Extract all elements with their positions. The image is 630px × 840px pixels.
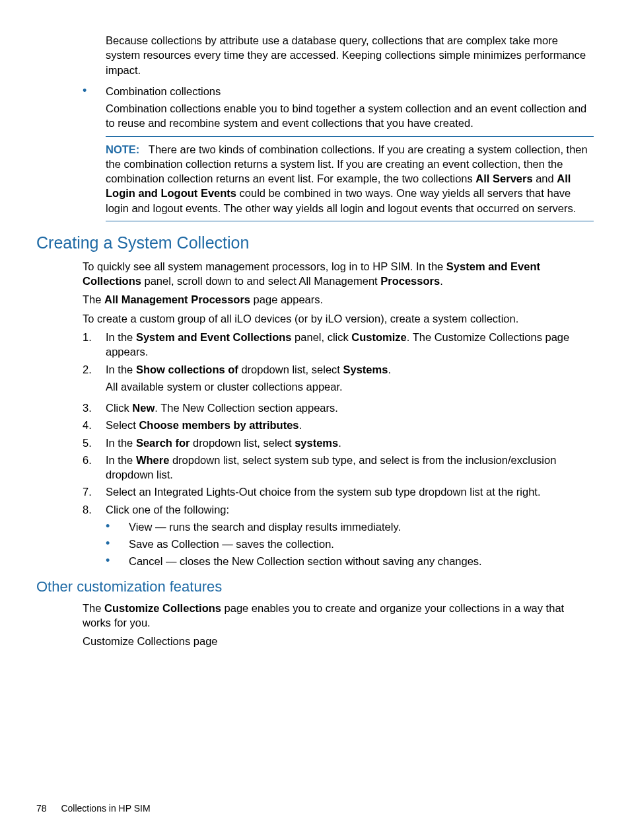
- bold: systems: [295, 437, 338, 449]
- txt: .: [440, 275, 443, 287]
- step-2: 2. In the Show collections of dropdown l…: [83, 362, 594, 399]
- step-number: 2.: [83, 362, 106, 399]
- step-number: 8.: [83, 502, 106, 517]
- bullet-icon: •: [106, 519, 129, 534]
- step-number: 6.: [83, 453, 106, 482]
- sub-text: Save as Collection — saves the collectio…: [129, 537, 594, 551]
- page-number: 78: [36, 803, 47, 814]
- bold: Customize: [351, 331, 406, 343]
- step-number: 3.: [83, 401, 106, 415]
- other-block: The Customize Collections page enables y…: [83, 601, 594, 649]
- note-box: NOTE: There are two kinds of combination…: [106, 136, 594, 221]
- bold: Customize Collections: [104, 602, 221, 614]
- sub-bullet-view: • View — runs the search and display res…: [106, 519, 594, 534]
- other-p1: The Customize Collections page enables y…: [83, 601, 594, 630]
- txt: In the: [106, 363, 136, 375]
- bullet-icon: •: [83, 84, 106, 98]
- sub-bullet-save: • Save as Collection — saves the collect…: [106, 537, 594, 551]
- step-4: 4. Select Choose members by attributes.: [83, 418, 594, 432]
- txt: To quickly see all system management pro…: [83, 260, 446, 272]
- footer-title: Collections in HP SIM: [61, 803, 150, 814]
- bold: System and Event Collections: [136, 331, 292, 343]
- bold: Choose members by attributes: [139, 419, 298, 431]
- creating-p3: To create a custom group of all iLO devi…: [83, 311, 594, 326]
- bullet-icon: •: [106, 537, 129, 551]
- txt: panel, click: [292, 331, 352, 343]
- heading-other-features: Other customization features: [36, 578, 594, 595]
- page-footer: 78 Collections in HP SIM: [36, 803, 151, 814]
- txt: dropdown list, select: [238, 363, 343, 375]
- txt: .: [299, 419, 302, 431]
- bullet-body: Combination collections enable you to bi…: [106, 101, 594, 131]
- txt: .: [388, 363, 391, 375]
- heading-creating-collection: Creating a System Collection: [36, 233, 594, 252]
- creating-p1: To quickly see all system management pro…: [83, 259, 594, 289]
- bold: Show collections of: [136, 363, 238, 375]
- bold: Processors: [380, 275, 440, 287]
- bold: New: [132, 402, 155, 414]
- step-3: 3. Click New. The New Collection section…: [83, 401, 594, 415]
- combination-bullet: • Combination collections Combination co…: [83, 84, 594, 221]
- txt: dropdown list, select system sub type, a…: [106, 454, 556, 480]
- txt: In the: [106, 331, 136, 343]
- note-label: NOTE:: [106, 143, 139, 155]
- txt: Select: [106, 419, 139, 431]
- step-7: 7. Select an Integrated Lights-Out choic…: [83, 484, 594, 499]
- txt: .: [338, 437, 341, 449]
- document-page: Because collections by attribute use a d…: [0, 0, 630, 840]
- txt: In the: [106, 437, 136, 449]
- intro-paragraph-block: Because collections by attribute use a d…: [106, 33, 594, 77]
- step-8-text: Click one of the following:: [106, 502, 594, 517]
- note-bold-1: All Servers: [475, 172, 532, 184]
- step-7-text: Select an Integrated Lights-Out choice f…: [106, 484, 594, 499]
- step-2-sub: All available system or cluster collecti…: [106, 379, 594, 394]
- txt: Click: [106, 402, 132, 414]
- step-number: 5.: [83, 436, 106, 450]
- txt: In the: [106, 454, 136, 466]
- step-5: 5. In the Search for dropdown list, sele…: [83, 436, 594, 450]
- sub-text: Cancel — closes the New Collection secti…: [129, 554, 594, 568]
- step-number: 7.: [83, 484, 106, 499]
- step-8: 8. Click one of the following:: [83, 502, 594, 517]
- txt: dropdown list, select: [190, 437, 295, 449]
- step-1: 1. In the System and Event Collections p…: [83, 330, 594, 360]
- creating-intro: To quickly see all system management pro…: [83, 259, 594, 326]
- step-number: 4.: [83, 418, 106, 432]
- txt: The: [83, 602, 104, 614]
- sub-text: View — runs the search and display resul…: [129, 519, 594, 534]
- bullet-title: Combination collections: [106, 84, 594, 98]
- txt: page appears.: [250, 293, 323, 305]
- bold: Systems: [343, 363, 388, 375]
- txt: The: [83, 293, 104, 305]
- paragraph-db-query: Because collections by attribute use a d…: [106, 33, 594, 77]
- other-p2: Customize Collections page: [83, 634, 594, 648]
- ordered-steps: 1. In the System and Event Collections p…: [83, 330, 594, 569]
- txt: . The New Collection section appears.: [155, 402, 338, 414]
- sub-bullet-cancel: • Cancel — closes the New Collection sec…: [106, 554, 594, 568]
- bullet-icon: •: [106, 554, 129, 568]
- step-number: 1.: [83, 330, 106, 360]
- bold: Where: [136, 454, 169, 466]
- bold: All Management Processors: [104, 293, 250, 305]
- note-text-2: and: [533, 172, 557, 184]
- txt: panel, scroll down to and select All Man…: [141, 275, 380, 287]
- step-6: 6. In the Where dropdown list, select sy…: [83, 453, 594, 482]
- bold: Search for: [136, 437, 190, 449]
- creating-p2: The All Management Processors page appea…: [83, 292, 594, 307]
